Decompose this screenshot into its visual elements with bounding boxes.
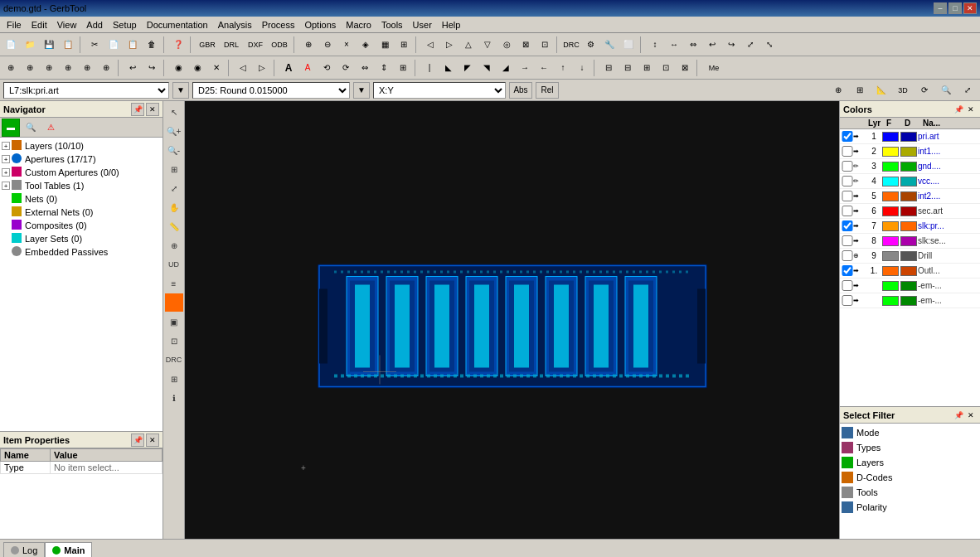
flip2[interactable]: ⇕ <box>375 59 393 77</box>
minimize-button[interactable]: – <box>934 2 947 14</box>
nav-close-button[interactable]: ✕ <box>146 103 159 116</box>
layer-3-color-d[interactable] <box>900 162 917 172</box>
layer-12-check[interactable] <box>842 295 853 306</box>
lt-grid-btn[interactable]: ⊞ <box>165 370 183 388</box>
paste-button[interactable]: 📋 <box>124 36 142 54</box>
view-zoom-btn[interactable]: 🔍 <box>937 81 955 99</box>
tool12[interactable]: ⊠ <box>517 36 535 54</box>
snap5[interactable]: ⊕ <box>78 59 96 77</box>
tree-item-embed[interactable]: Embedded Passives <box>2 245 161 259</box>
layer-1-check[interactable] <box>842 131 853 142</box>
gerber-btn[interactable]: GBR <box>196 36 219 54</box>
tool11[interactable]: ◎ <box>497 36 516 54</box>
tree-item-custom[interactable]: + Custom Apertures (0/0) <box>2 166 161 179</box>
layer-dropdown-btn[interactable]: ▼ <box>172 82 189 99</box>
misc1[interactable]: ↕ <box>646 36 664 54</box>
layer-5-color-f[interactable] <box>882 191 899 201</box>
drill4[interactable]: ⬜ <box>619 36 638 54</box>
layer-3-color-f[interactable] <box>882 162 899 172</box>
view-units-btn[interactable]: 📐 <box>872 81 890 99</box>
txt2[interactable]: A <box>298 59 317 77</box>
layer-12-color-f[interactable] <box>882 296 899 306</box>
arr2[interactable]: ▷ <box>253 59 271 77</box>
coord-select[interactable]: X:Y <box>373 82 506 99</box>
layer-5-check[interactable] <box>842 191 853 201</box>
save-as-button[interactable]: 📋 <box>59 36 77 54</box>
color-row-3[interactable]: ✏ 3 gnd.... <box>840 159 980 174</box>
color-row-6[interactable]: ➡ 6 sec.art <box>840 204 980 219</box>
tool9[interactable]: △ <box>459 36 478 54</box>
layer-1-color-d[interactable] <box>900 132 917 142</box>
layer-9-color-f[interactable] <box>882 251 899 261</box>
tool10[interactable]: ▽ <box>478 36 497 54</box>
align4[interactable]: ⊡ <box>657 59 675 77</box>
view-snap-btn[interactable]: ⊕ <box>829 81 847 99</box>
color-row-5[interactable]: ➡ 5 int2.... <box>840 189 980 204</box>
expand-layers[interactable]: + <box>2 142 10 150</box>
tree-item-nets[interactable]: Nets (0) <box>2 192 161 206</box>
view-redraw-btn[interactable]: ⟳ <box>915 81 934 99</box>
tool6[interactable]: ⊞ <box>395 36 413 54</box>
menu-macro[interactable]: Macro <box>341 18 376 31</box>
geo4[interactable]: ◥ <box>478 59 496 77</box>
snap2[interactable]: ⊕ <box>21 59 39 77</box>
drl-btn[interactable]: DRL <box>220 36 243 54</box>
sf-pin-btn[interactable]: 📌 <box>953 409 964 421</box>
tool3[interactable]: × <box>337 36 356 54</box>
layer-10-color-f[interactable] <box>882 266 899 276</box>
menu-add[interactable]: Add <box>81 18 108 31</box>
color-row-2[interactable]: ➡ 2 int1.... <box>840 144 980 159</box>
align5[interactable]: ⊠ <box>676 59 694 77</box>
layer-4-color-d[interactable] <box>900 177 917 186</box>
me-btn[interactable]: Me <box>702 59 725 77</box>
layer-8-color-f[interactable] <box>882 236 899 246</box>
view2[interactable]: ↪ <box>143 59 161 77</box>
arr1[interactable]: ◁ <box>234 59 252 77</box>
geo9[interactable]: ↓ <box>573 59 591 77</box>
odb-btn[interactable]: ODB <box>268 36 291 54</box>
tool5[interactable]: ▦ <box>376 36 394 54</box>
tab-log[interactable]: Log <box>3 542 45 557</box>
tree-item-apertures[interactable]: + Apertures (17/17) <box>2 153 161 166</box>
layer-2-color-d[interactable] <box>900 147 917 157</box>
lt-info-btn[interactable]: ℹ <box>165 389 183 407</box>
menu-analysis[interactable]: Analysis <box>213 18 257 31</box>
menu-view[interactable]: View <box>52 18 82 31</box>
scale1[interactable]: ⊞ <box>394 59 412 77</box>
geo7[interactable]: ← <box>535 59 553 77</box>
layer-3-check[interactable] <box>842 161 853 172</box>
lt-color-btn[interactable] <box>165 293 183 312</box>
tool2[interactable]: ⊖ <box>318 36 337 54</box>
maximize-button[interactable]: □ <box>948 2 962 14</box>
layer-2-check[interactable] <box>842 146 853 157</box>
layer-4-color-f[interactable] <box>882 177 899 186</box>
snap1[interactable]: ⊕ <box>2 59 20 77</box>
menu-process[interactable]: Process <box>257 18 300 31</box>
lt-ud-btn[interactable]: UD <box>165 255 183 274</box>
tree-item-layers[interactable]: + Layers (10/10) <box>2 139 161 153</box>
sf-item-polarity[interactable]: Polarity <box>842 500 978 515</box>
expand-custom[interactable]: + <box>2 168 10 177</box>
lt-pan-btn[interactable]: ✋ <box>165 198 183 216</box>
layer-12-color-d[interactable] <box>900 296 917 306</box>
lt-layers-btn[interactable]: ≡ <box>165 274 183 293</box>
cut-button[interactable]: ✂ <box>85 36 104 54</box>
misc3[interactable]: ⇔ <box>684 36 702 54</box>
lt-net-btn[interactable]: ⊡ <box>165 332 183 350</box>
flip1[interactable]: ⇔ <box>356 59 374 77</box>
layer-7-color-f[interactable] <box>882 221 899 231</box>
menu-documentation[interactable]: Documentation <box>142 18 213 31</box>
align3[interactable]: ⊞ <box>638 59 656 77</box>
misc2[interactable]: ↔ <box>665 36 683 54</box>
layer-10-color-d[interactable] <box>900 266 917 276</box>
color-row-1[interactable]: ➡ 1 pri.art <box>840 129 980 144</box>
menu-setup[interactable]: Setup <box>108 18 142 31</box>
layer-6-check[interactable] <box>842 206 853 216</box>
color-row-4[interactable]: ✏ 4 vcc.... <box>840 174 980 189</box>
view-3d-btn[interactable]: 3D <box>894 81 912 99</box>
snap4[interactable]: ⊕ <box>59 59 77 77</box>
layer-11-check[interactable] <box>842 280 853 291</box>
geo5[interactable]: ◢ <box>497 59 515 77</box>
lt-fill-btn[interactable]: ▣ <box>165 312 183 331</box>
color-row-11[interactable]: ➡ -em-... <box>840 278 980 293</box>
